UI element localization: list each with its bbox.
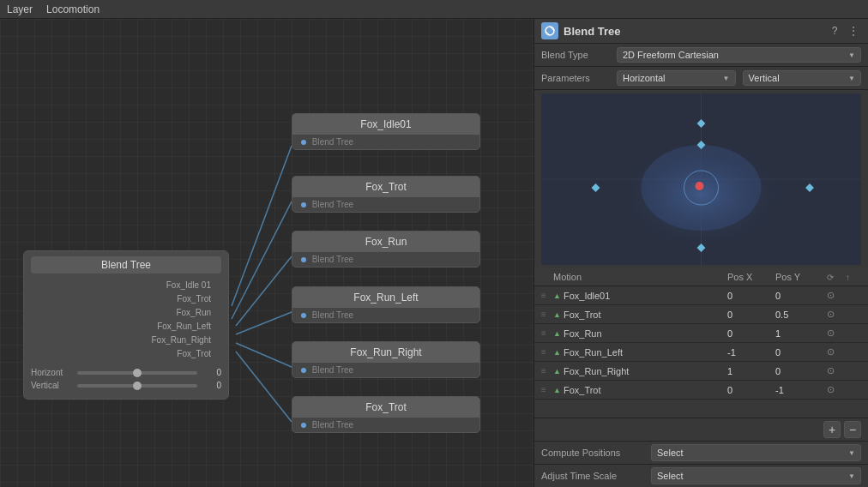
item-5: Fox_Run_Right — [31, 334, 211, 347]
adjust-time-scale-dropdown[interactable]: Select ▼ — [651, 467, 861, 484]
param2-dropdown[interactable]: Vertical ▼ — [743, 70, 862, 86]
dot-icon-2 — [301, 202, 306, 207]
right-panel-title: Blend Tree — [564, 25, 822, 38]
anim-node-4-subtitle: Blend Tree — [292, 308, 479, 322]
item-6: Fox_Trot — [31, 347, 211, 361]
blend-tree-main-node[interactable]: Blend Tree Fox_Idle 01 Fox_Trot Fox_Run … — [23, 250, 229, 400]
menu-layer[interactable]: Layer — [7, 3, 33, 15]
blend-type-dropdown[interactable]: 2D Freeform Cartesian ▼ — [617, 47, 861, 63]
param1-dropdown[interactable]: Horizontal ▼ — [617, 70, 736, 86]
motion-icon-4[interactable]: ⊙ — [827, 365, 846, 376]
motion-posy-3[interactable]: 0 — [775, 347, 827, 358]
svg-line-1 — [232, 201, 292, 319]
anim-node-1[interactable]: Fox_Idle01 Blend Tree — [292, 113, 480, 150]
posy-col-header: Pos Y — [775, 272, 827, 282]
right-header-icons: ? ⋮ — [827, 23, 861, 39]
menu-locomotion[interactable]: Locomotion — [46, 3, 99, 15]
motion-posx-4[interactable]: 1 — [724, 366, 775, 376]
motion-icon-5[interactable]: ⊙ — [827, 384, 846, 395]
motion-name-2: ▲ Fox_Run — [553, 328, 724, 339]
motion-row-1[interactable]: ≡ ▲ Fox_Trot 0 0.5 ⊙ — [534, 305, 868, 324]
motion-posx-1[interactable]: 0 — [724, 310, 775, 320]
svg-line-2 — [236, 256, 292, 326]
motion-row-2[interactable]: ≡ ▲ Fox_Run 0 1 ⊙ — [534, 324, 868, 343]
motion-row-4[interactable]: ≡ ▲ Fox_Run_Right 1 0 ⊙ — [534, 362, 868, 381]
drag-handle-2[interactable]: ≡ — [541, 328, 553, 338]
blend-diagram-svg — [541, 93, 861, 265]
right-panel-header: Blend Tree ? ⋮ — [534, 19, 868, 44]
anim-node-2-subtitle: Blend Tree — [292, 197, 479, 212]
drag-handle-3[interactable]: ≡ — [541, 347, 553, 357]
motion-icon-2[interactable]: ⊙ — [827, 328, 846, 339]
motion-posy-2[interactable]: 1 — [775, 328, 827, 339]
motion-row-3[interactable]: ≡ ▲ Fox_Run_Left -1 0 ⊙ — [534, 343, 868, 362]
motion-icon-0[interactable]: ⊙ — [827, 290, 846, 301]
motion-posx-0[interactable]: 0 — [724, 291, 775, 301]
icon2-col-header: ↑ — [846, 271, 861, 283]
dot-icon-1 — [301, 140, 306, 145]
dot-icon-6 — [301, 423, 306, 428]
drag-handle-5[interactable]: ≡ — [541, 385, 553, 394]
anim-node-3-title: Fox_Run — [292, 231, 479, 252]
compute-positions-row: Compute Positions Select ▼ — [534, 441, 868, 464]
motion-table: ≡ ▲ Fox_Idle01 0 0 ⊙ ≡ ▲ Fox_Trot 0 0.5 … — [534, 286, 868, 418]
motion-row-0[interactable]: ≡ ▲ Fox_Idle01 0 0 ⊙ — [534, 286, 868, 305]
settings-icon[interactable]: ⋮ — [846, 23, 861, 39]
svg-point-15 — [696, 182, 704, 190]
vert-label: Vertical — [31, 381, 74, 390]
vert-slider[interactable] — [77, 384, 197, 388]
motion-posx-3[interactable]: -1 — [724, 347, 775, 358]
compute-positions-dropdown[interactable]: Select ▼ — [651, 444, 861, 461]
anim-node-1-title: Fox_Idle01 — [292, 114, 479, 135]
anim-node-5[interactable]: Fox_Run_Right Blend Tree — [292, 341, 480, 378]
motion-icon-1[interactable]: ⊙ — [827, 309, 846, 320]
item-4: Fox_Run_Left — [31, 320, 211, 334]
motion-posy-5[interactable]: -1 — [775, 385, 827, 395]
help-icon[interactable]: ? — [827, 23, 842, 39]
tree-icon-svg — [544, 25, 556, 37]
anim-node-4[interactable]: Fox_Run_Left Blend Tree — [292, 286, 480, 323]
adjust-time-scale-row: Adjust Time Scale Select ▼ — [534, 464, 868, 487]
motion-name-4: ▲ Fox_Run_Right — [553, 366, 724, 376]
blend-diagram[interactable] — [541, 93, 861, 265]
adjust-time-scale-arrow: ▼ — [848, 472, 855, 480]
anim-node-2[interactable]: Fox_Trot Blend Tree — [292, 176, 480, 213]
params-label: Parameters — [541, 73, 610, 83]
anim-node-5-subtitle: Blend Tree — [292, 363, 479, 377]
icon1-col-header: ⟳ — [827, 271, 846, 283]
motion-row-5[interactable]: ≡ ▲ Fox_Trot 0 -1 ⊙ — [534, 381, 868, 400]
blend-tree-main-title: Blend Tree — [31, 256, 221, 274]
svg-line-5 — [236, 352, 292, 422]
drag-handle-1[interactable]: ≡ — [541, 310, 553, 319]
compute-positions-arrow: ▼ — [848, 449, 855, 457]
anim-node-3-subtitle: Blend Tree — [292, 252, 479, 267]
anim-node-1-subtitle: Blend Tree — [292, 135, 479, 149]
motion-col-header: Motion — [553, 272, 724, 282]
bottom-controls: + − — [534, 418, 868, 441]
item-2: Fox_Trot — [31, 292, 211, 306]
svg-line-0 — [232, 146, 292, 306]
horiz-label: Horizont — [31, 368, 74, 377]
remove-motion-button[interactable]: − — [844, 421, 861, 438]
motion-icon-3[interactable]: ⊙ — [827, 346, 846, 358]
add-motion-button[interactable]: + — [823, 421, 841, 438]
anim-node-6-title: Fox_Trot — [292, 397, 479, 418]
motion-posy-4[interactable]: 0 — [775, 366, 827, 376]
motion-name-0: ▲ Fox_Idle01 — [553, 291, 724, 301]
drag-handle-0[interactable]: ≡ — [541, 291, 553, 300]
motion-posx-2[interactable]: 0 — [724, 328, 775, 339]
vert-value: 0 — [201, 381, 221, 390]
node-graph[interactable]: Blend Tree Fox_Idle 01 Fox_Trot Fox_Run … — [0, 19, 533, 487]
anim-node-3[interactable]: Fox_Run Blend Tree — [292, 231, 480, 268]
motion-posy-0[interactable]: 0 — [775, 291, 827, 301]
main-content: Blend Tree Fox_Idle 01 Fox_Trot Fox_Run … — [0, 19, 868, 487]
motion-posy-1[interactable]: 0.5 — [775, 310, 827, 320]
anim-node-6[interactable]: Fox_Trot Blend Tree — [292, 396, 480, 433]
compute-positions-label: Compute Positions — [541, 448, 644, 458]
params-row: Parameters Horizontal ▼ Vertical ▼ — [534, 67, 868, 90]
motion-posx-5[interactable]: 0 — [724, 385, 775, 395]
top-bar: Layer Locomotion — [0, 0, 868, 19]
horiz-slider[interactable] — [77, 371, 197, 375]
drag-handle-4[interactable]: ≡ — [541, 366, 553, 376]
anim-node-5-title: Fox_Run_Right — [292, 342, 479, 363]
